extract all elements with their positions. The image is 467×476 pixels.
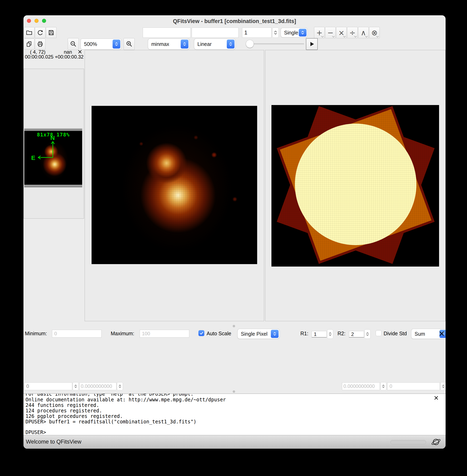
circled-times-icon: ⊗ — [371, 28, 377, 37]
buffer-mode-combo[interactable]: Single — [281, 28, 307, 37]
statusbar: Welcome to QFitsView — [24, 435, 446, 449]
play-button[interactable] — [306, 38, 318, 50]
console-line: 244 functions registered. — [26, 403, 99, 408]
frame-slider-knob[interactable] — [246, 40, 254, 48]
open-file-button[interactable] — [24, 27, 35, 38]
console-close-icon[interactable] — [434, 396, 439, 400]
cut-mode-combo[interactable]: minmax — [148, 39, 189, 49]
frame-slider-track[interactable] — [249, 43, 304, 44]
wavelength-left-stepper[interactable] — [117, 382, 123, 390]
console-line: For basic information, type 'help' at th… — [26, 394, 194, 397]
aperture-mask-image[interactable] — [272, 105, 439, 267]
channel-index-right-stepper[interactable] — [440, 382, 446, 390]
r1-stepper[interactable] — [327, 329, 333, 339]
reload-button[interactable] — [35, 27, 45, 38]
minimum-label: Minimum: — [25, 331, 47, 336]
folder-icon — [26, 29, 33, 36]
stretch-mode-combo[interactable]: Linear — [194, 39, 235, 49]
cut-mode-value: minmax — [151, 41, 169, 47]
zoom-level-combo[interactable]: 500% — [81, 39, 121, 49]
chevron-down-icon — [354, 36, 357, 38]
printer-icon — [37, 40, 44, 48]
up-down-arrows-icon — [74, 384, 77, 388]
mpe-logo-icon — [431, 437, 441, 447]
up-down-arrows-icon — [273, 30, 278, 35]
divide-std-checkbox[interactable] — [376, 330, 382, 336]
dpuser-console[interactable]: For basic information, type 'help' at th… — [24, 394, 446, 435]
chevron-down-icon — [365, 36, 368, 38]
preview-scroll-strip-top[interactable] — [24, 128, 82, 131]
console-line: Online documentation available at: http:… — [26, 397, 226, 402]
op-convolve-button[interactable]: ⊗ — [369, 27, 380, 38]
preview-panel: 81x78 178% N E — [24, 69, 84, 219]
galaxy-image[interactable] — [91, 106, 257, 264]
status-progressbar — [390, 440, 426, 444]
print-button[interactable] — [35, 39, 45, 50]
op-add-button[interactable]: + — [314, 27, 325, 38]
preview-image[interactable]: 81x78 178% N E — [24, 131, 82, 185]
buffer-mode-value: Single — [284, 30, 298, 36]
r1-field[interactable]: 1 — [311, 331, 327, 337]
op-multiply-button[interactable]: × — [336, 27, 347, 38]
maximum-field[interactable]: 100 — [140, 330, 189, 337]
channel-index-field-left[interactable]: 0 — [24, 382, 72, 390]
chevron-down-icon — [376, 36, 379, 38]
buffer-number-field[interactable]: 1 — [242, 27, 272, 38]
up-down-arrows-icon — [382, 384, 385, 388]
north-label: N — [50, 134, 55, 141]
console-line: 124 procedures registered. — [26, 408, 102, 413]
buffer-number-stepper[interactable] — [272, 27, 279, 38]
readout-close-icon[interactable] — [78, 50, 82, 54]
copy-button[interactable] — [24, 39, 35, 50]
combine-mode-value: Sum — [415, 331, 425, 337]
maximum-value: 100 — [142, 331, 150, 336]
wavelength-field-left[interactable]: 0.0000000000 — [79, 382, 117, 390]
wavelength-right-value: 0.0000000000 — [343, 383, 375, 389]
chevron-down-icon — [332, 36, 335, 38]
r2-label: R2: — [337, 331, 345, 336]
pixel-grid-overlay — [91, 106, 257, 264]
minimum-value: 0 — [54, 331, 57, 336]
autoscale-label: Auto Scale — [207, 331, 231, 336]
minimum-field[interactable]: 0 — [52, 330, 102, 337]
splitter-handle-lower[interactable] — [233, 390, 235, 393]
r2-field[interactable]: 2 — [349, 331, 364, 337]
zoom-level-value: 500% — [84, 41, 97, 47]
compass-overlay: N E — [24, 131, 82, 185]
preview-scroll-strip-bottom[interactable] — [24, 185, 82, 187]
wavelength-left-value: 0.0000000000 — [81, 383, 112, 389]
up-down-arrows-icon — [118, 384, 122, 388]
main-view-left — [85, 50, 264, 321]
console-line: DPUSER> buffer1 = readfitsall("combinati… — [26, 419, 196, 425]
channel-index-right-value: 0 — [389, 383, 392, 389]
r1-label: R1: — [300, 331, 308, 336]
channel-index-left-stepper[interactable] — [73, 382, 79, 390]
zoom-out-button[interactable] — [68, 38, 79, 50]
multiply-icon: × — [338, 28, 344, 37]
combo-chevrons-icon — [181, 39, 188, 49]
toolbar-field-1[interactable] — [143, 27, 191, 38]
wavelength-field-right[interactable]: 0.0000000000 — [342, 382, 380, 390]
east-label: E — [31, 154, 35, 161]
screenshot-root: { "colors": { "accent": "#2f6ef2", "wind… — [0, 0, 467, 476]
op-subtract-button[interactable]: − — [325, 27, 336, 38]
zoom-in-button[interactable] — [124, 38, 135, 50]
plus-icon: + — [316, 28, 323, 37]
channel-index-left-value: 0 — [26, 383, 29, 389]
save-icon — [48, 29, 55, 36]
spectrum-close-icon[interactable] — [439, 331, 445, 337]
save-button[interactable] — [46, 27, 56, 38]
pixel-mode-combo[interactable]: Single Pixel — [238, 329, 279, 339]
zoom-out-icon — [70, 40, 77, 48]
toolbar-field-2[interactable] — [192, 27, 239, 38]
refresh-icon — [37, 29, 44, 36]
app-window: QFitsView - buffer1 [combination_test1_3… — [24, 15, 446, 449]
splitter-handle-upper[interactable] — [233, 325, 235, 327]
r2-stepper[interactable] — [364, 329, 371, 339]
op-power-button[interactable]: ∧ — [358, 27, 369, 38]
channel-index-field-right[interactable]: 0 — [387, 382, 440, 390]
autoscale-checkbox[interactable] — [198, 330, 204, 336]
op-divide-button[interactable]: ÷ — [347, 27, 358, 38]
divide-std-label: Divide Std — [384, 331, 407, 336]
wavelength-right-stepper[interactable] — [380, 382, 387, 390]
